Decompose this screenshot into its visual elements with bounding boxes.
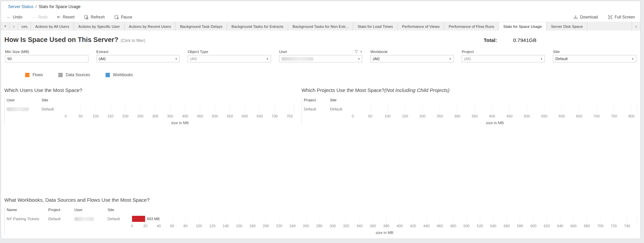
bar-value-label: 693 MB bbox=[147, 216, 159, 222]
breadcrumb-link-server-status[interactable]: Server Status bbox=[8, 4, 34, 9]
workbook-dropdown[interactable]: (All)▼ bbox=[370, 55, 454, 62]
filter-value: (All) bbox=[99, 57, 106, 61]
gridline bbox=[474, 105, 475, 113]
gridline bbox=[259, 105, 260, 113]
funnel-icon[interactable] bbox=[355, 50, 358, 54]
legend-label: Flows bbox=[33, 72, 43, 77]
gridline bbox=[289, 105, 289, 113]
bar-ny-parking-tickets[interactable]: 693 MB bbox=[132, 216, 146, 222]
dropdown-caret-icon[interactable]: ▼ bbox=[175, 58, 177, 60]
user-dropdown[interactable]: ▼ bbox=[279, 55, 363, 62]
project-dropdown[interactable]: (All)▼ bbox=[462, 55, 545, 62]
gridline bbox=[562, 105, 562, 113]
axis-tick: 680 bbox=[584, 224, 590, 228]
axis-tick: 100 bbox=[196, 224, 202, 228]
tab-scroll-left-icon[interactable]: ‹ bbox=[10, 22, 18, 31]
tab-stats-for-space-usage[interactable]: Stats for Space Usage bbox=[499, 22, 546, 31]
axis-tick: 500 bbox=[463, 224, 469, 228]
tab-menu-caret-icon[interactable]: ▼ bbox=[1, 22, 10, 31]
dropdown-caret-icon[interactable]: ▼ bbox=[358, 58, 360, 60]
app-window: Server Status / Stats for Space Usage ← … bbox=[1, 1, 641, 239]
axis-tick: 150 bbox=[107, 114, 113, 118]
gridline bbox=[573, 214, 574, 223]
row-value-site: Default bbox=[42, 105, 66, 113]
undo-icon: ← bbox=[6, 15, 11, 19]
tab-actions-by-recent-users[interactable]: Actions by Recent Users bbox=[125, 22, 176, 31]
filter-value: 50 bbox=[7, 57, 12, 61]
gridline bbox=[405, 105, 405, 113]
tab-stats-for-load-times[interactable]: Stats for Load Times bbox=[353, 22, 397, 31]
axis-tick: 50 bbox=[368, 114, 372, 118]
tab-server-disk-space[interactable]: Server Disk Space bbox=[546, 22, 587, 31]
axis-tick: 700 bbox=[272, 114, 278, 118]
gridline bbox=[80, 105, 81, 113]
revert-icon: ⇤ bbox=[57, 15, 61, 19]
gridline bbox=[413, 214, 413, 223]
full-screen-button[interactable]: Full Screen bbox=[608, 15, 635, 19]
extract-dropdown[interactable]: (All)▼ bbox=[96, 55, 180, 62]
tab-actions-by-all-users[interactable]: Actions by All Users bbox=[31, 22, 74, 31]
redo-button[interactable]: → Redo bbox=[32, 15, 48, 19]
full-screen-icon bbox=[608, 15, 613, 19]
tab-scroll-right-icon[interactable]: › bbox=[632, 22, 640, 31]
tab-performance-of-flow-runs[interactable]: Performance of Flow Runs bbox=[444, 22, 499, 31]
tab-background-tasks-for-non-extr[interactable]: Background Tasks for Non Extr... bbox=[288, 22, 353, 31]
redacted-value bbox=[281, 57, 313, 61]
axis-tick: 240 bbox=[289, 224, 296, 228]
tab-list: Actions by All UsersActions by Specific … bbox=[31, 22, 587, 31]
refresh-button[interactable]: Refresh bbox=[84, 15, 105, 19]
filter-value: (All) bbox=[190, 57, 197, 61]
revert-button[interactable]: ⇤ Revert bbox=[57, 15, 74, 19]
bar-segment-size[interactable] bbox=[132, 216, 145, 222]
gridline bbox=[185, 105, 185, 113]
plot-area[interactable]: 693 MB bbox=[132, 214, 637, 223]
dropdown-caret-icon[interactable]: ▼ bbox=[266, 58, 269, 60]
tab-performance-of-views[interactable]: Performance of Views bbox=[398, 22, 444, 31]
gridline bbox=[426, 214, 427, 223]
total-value: 0.7941GB bbox=[513, 37, 536, 43]
axis-tick: 150 bbox=[402, 114, 408, 118]
plot-area[interactable] bbox=[66, 105, 294, 113]
filter-menu-caret-icon[interactable]: ▼ bbox=[360, 51, 362, 53]
toolbar: ← Undo → Redo ⇤ Revert Refresh bbox=[1, 12, 640, 22]
gridline bbox=[440, 214, 440, 223]
dropdown-caret-icon[interactable]: ▼ bbox=[632, 58, 634, 60]
dashboard-content: How Is Space Used on This Server? (Click… bbox=[1, 31, 640, 239]
total-label: Total: bbox=[484, 37, 497, 43]
axis-tick: 750 bbox=[611, 114, 617, 118]
gridline bbox=[579, 105, 579, 113]
gridline bbox=[370, 105, 371, 113]
axis-tick: 300 bbox=[330, 224, 336, 228]
plot-column: 0501001502002503003504004505005506006507… bbox=[66, 98, 294, 125]
axis-tick: 50 bbox=[78, 114, 82, 118]
axis-tick: 700 bbox=[597, 224, 603, 228]
axis-tick: 520 bbox=[477, 224, 483, 228]
undo-button[interactable]: ← Undo bbox=[6, 15, 22, 19]
axis-tick: 200 bbox=[263, 224, 269, 228]
gridline bbox=[373, 214, 373, 223]
site-dropdown[interactable]: Default▼ bbox=[553, 55, 636, 62]
axis-tick: 420 bbox=[410, 224, 416, 228]
pause-button[interactable]: Pause bbox=[114, 15, 132, 19]
filter-user: User▼▼ bbox=[279, 49, 363, 62]
dropdown-caret-icon[interactable]: ▼ bbox=[449, 58, 451, 60]
filter-workbook: Workbook(All)▼ bbox=[370, 49, 454, 62]
filter-label-min-size-mb: Min Size (MB) bbox=[5, 49, 88, 54]
axis-tick: 40 bbox=[157, 224, 161, 228]
gridline bbox=[493, 214, 493, 223]
dropdown-caret-icon[interactable]: ▼ bbox=[540, 58, 543, 60]
axis-tick: 400 bbox=[182, 114, 188, 118]
tab-overflow-partial[interactable]: ces bbox=[18, 22, 31, 31]
download-button[interactable]: Download bbox=[573, 15, 598, 19]
min-size-mb-input[interactable]: 50 bbox=[5, 55, 88, 62]
plot-area[interactable] bbox=[353, 105, 637, 113]
row-value-site: Default bbox=[330, 105, 353, 113]
tab-actions-by-specific-user[interactable]: Actions by Specific User bbox=[74, 22, 125, 31]
redo-icon: → bbox=[32, 15, 36, 19]
tab-background-tasks-for-extracts[interactable]: Background Tasks for Extracts bbox=[227, 22, 288, 31]
chart-projects-grid: ProjectDefaultSiteDefault050100150200250… bbox=[302, 98, 637, 125]
tab-background-task-delays[interactable]: Background Task Delays bbox=[176, 22, 227, 31]
gridline bbox=[520, 214, 520, 223]
object-type-dropdown[interactable]: (All)▼ bbox=[188, 55, 271, 62]
column-header-site: Site bbox=[108, 208, 132, 214]
